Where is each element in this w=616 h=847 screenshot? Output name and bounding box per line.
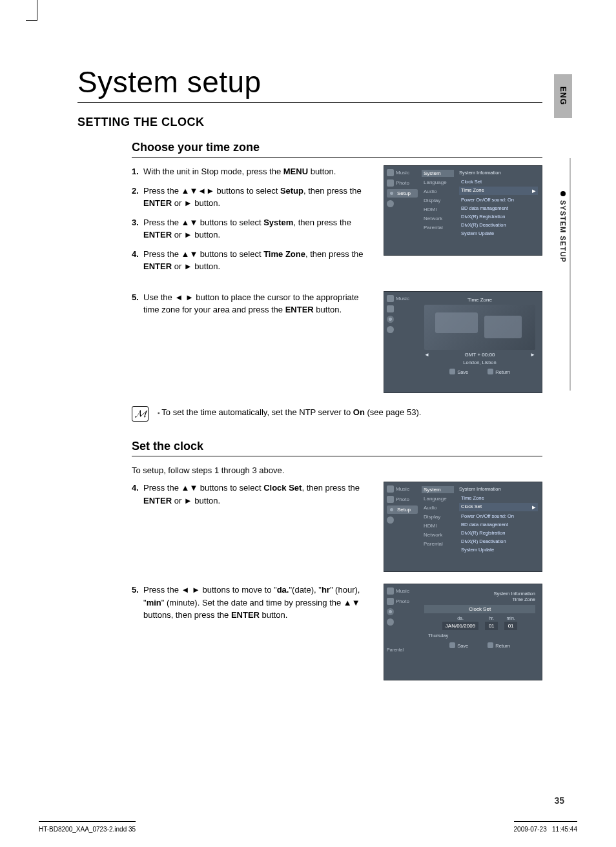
photo-icon: [387, 598, 394, 605]
sb-setup: Setup: [387, 189, 418, 198]
screenshot-system-menu: Music Photo Setup System Language Audio …: [384, 165, 542, 256]
r-timezone: Time Zone▸: [459, 187, 538, 195]
screenshot-clockset-menu: Music Photo Setup System Language Audio …: [384, 482, 542, 572]
save-button: Save: [449, 642, 468, 649]
photo-icon: [387, 179, 394, 187]
sb-music: Music: [387, 168, 418, 177]
arrow-right-icon: ►: [530, 352, 535, 358]
subsection-choose-tz: Choose your time zone: [132, 141, 542, 158]
arrow-left-icon: ◄: [424, 352, 429, 358]
save-button: Save: [449, 369, 468, 375]
photo-icon: [387, 305, 394, 312]
sb-photo: Photo: [387, 179, 418, 187]
chevron-right-icon: ▸: [532, 187, 536, 194]
music-icon: [387, 587, 394, 595]
page-title: System setup: [77, 65, 542, 103]
subsection-set-clock: Set the clock: [132, 440, 542, 456]
world-map: [424, 305, 535, 350]
crop-mark: [26, 0, 37, 21]
chevron-right-icon: ▸: [532, 504, 536, 511]
min-field: 01: [504, 622, 517, 630]
music-icon: [387, 169, 394, 176]
set-clock-step-4: 4. Press the ▲▼ buttons to select Clock …: [132, 482, 372, 507]
date-field: JAN/01/2009: [442, 622, 478, 630]
hour-field: 01: [485, 622, 498, 630]
step-1: 1. With the unit in Stop mode, press the…: [132, 165, 372, 178]
gear-icon: [387, 608, 394, 615]
section-heading: SETTING THE CLOCK: [77, 116, 542, 129]
music-icon: [387, 485, 394, 493]
round-icon: [387, 618, 394, 626]
section-side-tab: SYSTEM SETUP: [554, 191, 572, 263]
screenshot-clockset-fields: Music Photo Parental System Information …: [384, 584, 542, 680]
step-2: 2. Press the ▲▼◄► buttons to select Setu…: [132, 185, 372, 210]
mid-system: System: [422, 170, 454, 177]
sb-extra: [387, 199, 418, 208]
set-clock-intro: To setup, follow steps 1 through 3 above…: [132, 464, 542, 477]
sb-parental: Parental: [387, 647, 418, 653]
gear-icon: [388, 506, 395, 513]
step-5: 5. Use the ◄ ► button to place the curso…: [132, 291, 372, 316]
day-label: Thursday: [428, 633, 448, 638]
gmt-offset: GMT + 00:00: [465, 352, 495, 358]
clockset-bar: Clock Set: [424, 605, 535, 613]
step-3: 3. Press the ▲▼ buttons to select System…: [132, 216, 372, 241]
return-button: Return: [488, 369, 510, 375]
tz-city: London, Lisbon: [463, 360, 496, 365]
screenshot-timezone-map: Music Time Zone ◄ GMT + 00:00 ► Lo: [384, 291, 542, 393]
note-text: To set the time automatically, set the N…: [158, 406, 421, 419]
note-icon: 𝓜: [132, 406, 149, 422]
round-icon: [387, 516, 394, 524]
gear-icon: [387, 316, 394, 323]
round-icon: [387, 326, 394, 333]
page-number: 35: [554, 795, 564, 806]
footer-datetime: 2009-07-23 11:45:44: [514, 821, 577, 833]
set-clock-step-5: 5. Press the ◄ ► buttons to move to "da.…: [132, 584, 372, 622]
footer-file: HT-BD8200_XAA_0723-2.indd 35: [39, 821, 136, 833]
music-icon: [387, 295, 394, 302]
language-tab: ENG: [554, 74, 572, 118]
step-4: 4. Press the ▲▼ buttons to select Time Z…: [132, 248, 372, 273]
tz-title: Time Zone: [467, 297, 492, 303]
photo-icon: [387, 496, 394, 503]
round-icon: [387, 200, 394, 207]
return-button: Return: [488, 642, 510, 649]
gear-icon: [388, 190, 395, 197]
